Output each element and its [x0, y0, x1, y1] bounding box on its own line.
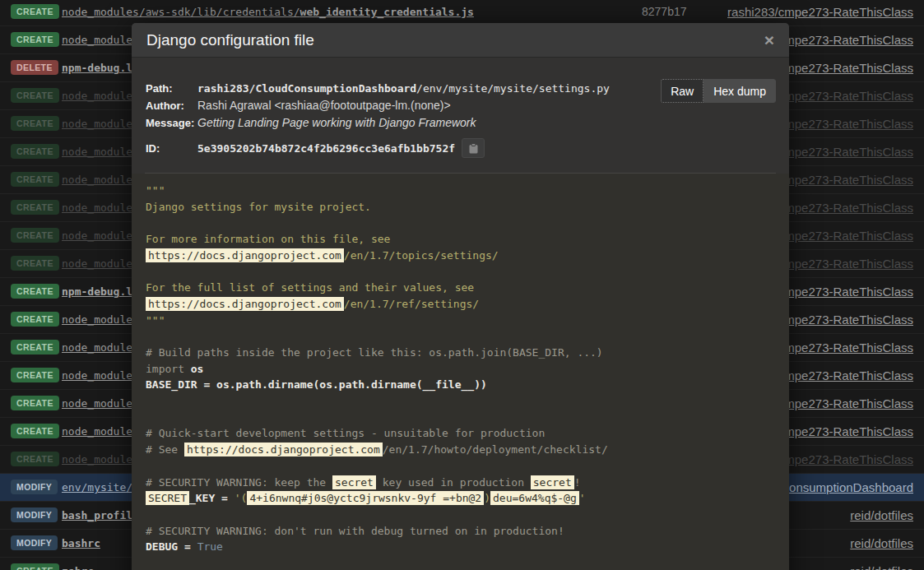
clipboard-icon: [469, 143, 478, 154]
code-segment: For more information on this file, see: [146, 233, 390, 245]
code-line: Django settings for mysite project.: [146, 199, 775, 215]
code-line: [146, 393, 775, 410]
file-path-link[interactable]: node_module: [62, 390, 132, 417]
file-path-link[interactable]: node_module: [62, 26, 132, 53]
file-path-link[interactable]: bash_profil: [62, 502, 132, 529]
file-path-link[interactable]: node_module: [62, 418, 132, 445]
repository-link[interactable]: onsumptionDashboard: [789, 474, 913, 501]
change-type-badge: MODIFY: [11, 535, 58, 550]
blob-id-value: 5e3905202b74b872c4f2b6296cc3e6afb1bb752f: [197, 141, 455, 155]
file-path-link[interactable]: npm-debug.l: [62, 278, 132, 305]
change-type-badge: CREATE: [11, 563, 59, 570]
view-mode-button-group: Raw Hex dump: [661, 79, 776, 103]
change-type-badge: DELETE: [11, 60, 58, 75]
code-line: BASE_DIR = os.path.dirname(os.path.dirna…: [146, 377, 775, 393]
code-line: https://docs.djangoproject.com/en/1.7/re…: [146, 296, 775, 313]
hex-dump-button[interactable]: Hex dump: [703, 79, 776, 103]
file-path-link[interactable]: node_module: [62, 446, 132, 473]
repository-link[interactable]: mpe273-RateThisClass: [784, 138, 913, 165]
code-line: [146, 328, 775, 345]
path-rest-part: /env/mysite/mysite/settings.py: [416, 82, 610, 95]
code-segment: import: [146, 363, 191, 375]
raw-button[interactable]: Raw: [661, 79, 703, 103]
file-path-link[interactable]: node_module: [62, 334, 132, 361]
code-segment: _KEY =: [189, 492, 234, 504]
message-row: Message: Getting Landing Page working wi…: [146, 116, 775, 130]
code-line: https://docs.djangoproject.com/en/1.7/to…: [146, 248, 775, 264]
copy-id-button[interactable]: [462, 138, 485, 158]
repository-link[interactable]: mpe273-RateThisClass: [784, 278, 913, 305]
file-path-link[interactable]: node_module: [62, 166, 132, 193]
repository-link[interactable]: mpe273-RateThisClass: [784, 166, 913, 193]
code-segment: """: [146, 184, 165, 197]
code-line: For more information on this file, see: [146, 231, 775, 248]
code-line: SECRET_KEY = '(4+i6nwnq#j0s@yctc9jrwsnkv…: [146, 490, 775, 507]
repository-link[interactable]: mpe273-RateThisClass: [784, 194, 913, 221]
repository-link[interactable]: mpe273-RateThisClass: [784, 82, 913, 109]
commit-hash: 8277b17: [642, 0, 687, 25]
change-type-badge: CREATE: [11, 200, 59, 215]
repository-link[interactable]: mpe273-RateThisClass: [784, 54, 913, 81]
path-repo-part: rashi283/CloudConsumptionDashboard: [197, 82, 416, 95]
code-segment: /en/1.7/topics/settings/: [344, 249, 499, 262]
change-type-badge: CREATE: [11, 396, 59, 410]
search-match-highlight: deu=6w4%q$-@g: [490, 491, 579, 505]
code-line: DEBUG = True: [146, 539, 775, 555]
change-type-badge: MODIFY: [11, 480, 58, 494]
file-path-link[interactable]: node_module: [62, 250, 132, 277]
code-line: # Build paths inside the project like th…: [146, 345, 775, 361]
search-match-highlight: 4+i6nwnq#j0s@yctc9jrwsnkv-9yf =+bn@2: [247, 491, 484, 505]
code-line: """: [146, 313, 775, 329]
repository-link[interactable]: mpe273-RateThisClass: [784, 306, 913, 333]
file-path-link[interactable]: bashrc: [62, 530, 100, 557]
repository-link[interactable]: mpe273-RateThisClass: [784, 26, 913, 53]
code-segment: os: [191, 363, 204, 375]
repository-link[interactable]: mpe273-RateThisClass: [784, 446, 913, 473]
file-path-link[interactable]: env/mysite/: [62, 474, 132, 501]
code-segment: BASE_DIR = os.path.dirname(os.path.dirna…: [146, 378, 487, 391]
repository-link[interactable]: mpe273-RateThisClass: [784, 418, 913, 445]
commit-message-value: Getting Landing Page working with Django…: [197, 116, 476, 130]
file-path-link[interactable]: node_module: [62, 82, 132, 109]
file-path-link[interactable]: node_module: [62, 362, 132, 389]
repository-link[interactable]: mpe273-RateThisClass: [784, 222, 913, 249]
code-segment: Django settings for mysite project.: [146, 201, 371, 213]
code-segment: # Quick-start development settings - uns…: [146, 427, 545, 439]
file-path-link[interactable]: node_modules/aws-sdk/lib/credentials/web…: [62, 0, 474, 25]
modal-title: Django configuration file: [146, 31, 314, 49]
file-path-link[interactable]: node_module: [62, 194, 132, 221]
change-type-badge: CREATE: [11, 340, 59, 355]
code-segment: /en/1.7/ref/settings/: [344, 298, 479, 310]
code-segment: # SECURITY WARNING: don't run with debug…: [146, 525, 564, 537]
file-contents-code: """Django settings for mysite project.Fo…: [132, 174, 789, 570]
repository-link[interactable]: mpe273-RateThisClass: [784, 334, 913, 361]
file-metadata: Path: rashi283/CloudConsumptionDashboard…: [132, 58, 789, 173]
change-type-badge: MODIFY: [11, 507, 58, 522]
repository-link[interactable]: mpe273-RateThisClass: [784, 110, 913, 137]
change-type-badge: CREATE: [11, 256, 59, 271]
search-match-highlight: https://docs.djangoproject.com: [146, 297, 344, 311]
repository-link[interactable]: rashi283/cmpe273-RateThisClass: [727, 0, 913, 25]
repository-link[interactable]: reid/dotfiles: [850, 502, 913, 529]
file-path-link[interactable]: node_module: [62, 110, 132, 137]
code-line: For the full list of settings and their …: [146, 280, 775, 296]
repository-link[interactable]: reid/dotfiles: [850, 558, 913, 570]
change-type-badge: CREATE: [11, 228, 59, 243]
repository-link[interactable]: reid/dotfiles: [850, 530, 913, 557]
author-label: Author:: [146, 99, 197, 113]
repository-link[interactable]: mpe273-RateThisClass: [784, 362, 913, 389]
change-type-badge: CREATE: [11, 452, 59, 466]
code-line: [146, 410, 775, 426]
code-segment: '(: [234, 492, 248, 504]
file-path-link[interactable]: npm-debug.l: [62, 54, 132, 81]
file-path-link[interactable]: zshrc: [62, 558, 94, 570]
file-path-link[interactable]: node_module: [62, 306, 132, 333]
repository-link[interactable]: mpe273-RateThisClass: [784, 250, 913, 277]
file-path-link[interactable]: node_module: [62, 222, 132, 249]
file-path-link[interactable]: node_module: [62, 138, 132, 165]
search-match-highlight: https://docs.djangoproject.com: [146, 248, 344, 262]
close-icon[interactable]: ×: [764, 31, 774, 49]
modal-header: Django configuration file ×: [132, 23, 789, 58]
change-type-badge: CREATE: [11, 88, 59, 103]
repository-link[interactable]: mpe273-RateThisClass: [784, 390, 913, 417]
